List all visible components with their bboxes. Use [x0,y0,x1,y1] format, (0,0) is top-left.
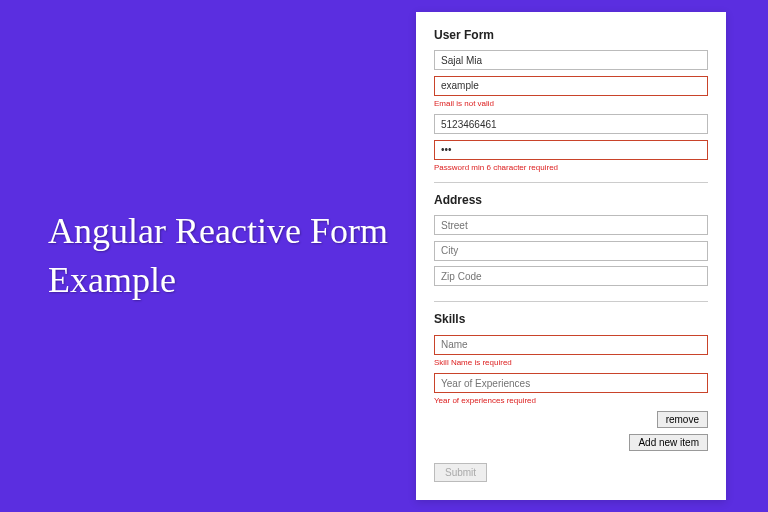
password-error: Password min 6 character required [434,163,708,172]
address-title: Address [434,193,708,207]
password-field[interactable] [434,140,708,160]
city-field[interactable] [434,241,708,261]
email-error: Email is not valid [434,99,708,108]
zip-field[interactable] [434,266,708,286]
submit-button[interactable]: Submit [434,463,487,482]
skill-name-field[interactable] [434,335,708,355]
email-field[interactable] [434,76,708,96]
page-heading: Angular Reactive Form Example [48,207,396,304]
add-item-button[interactable]: Add new item [629,434,708,451]
divider [434,301,708,302]
street-field[interactable] [434,215,708,235]
user-form-title: User Form [434,28,708,42]
phone-field[interactable] [434,114,708,134]
divider [434,182,708,183]
skill-year-error: Year of experiences required [434,396,708,405]
title-panel: Angular Reactive Form Example [0,207,416,304]
skills-title: Skills [434,312,708,326]
name-field[interactable] [434,50,708,70]
remove-button[interactable]: remove [657,411,708,428]
form-card: User Form Email is not valid Password mi… [416,12,726,501]
skill-name-error: Skill Name is required [434,358,708,367]
skill-year-field[interactable] [434,373,708,393]
